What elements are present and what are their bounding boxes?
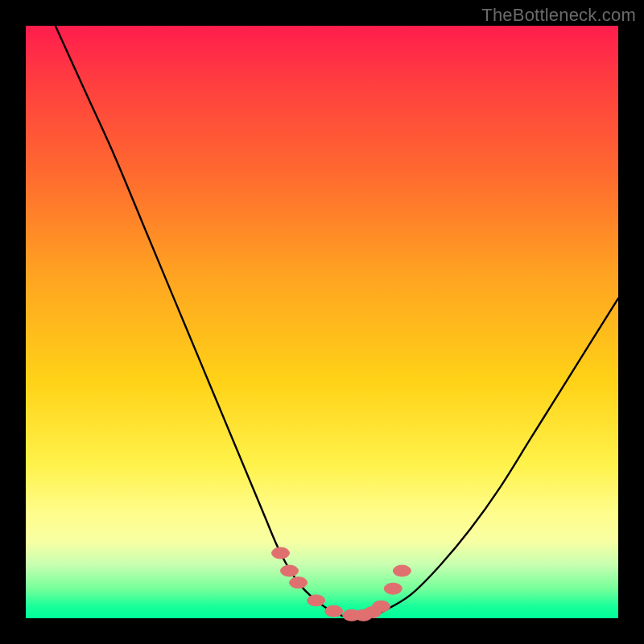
watermark-text: TheBottleneck.com	[481, 5, 636, 26]
curve-marker	[290, 577, 308, 588]
curve-marker	[308, 595, 325, 606]
curve-markers	[272, 547, 411, 621]
curve-marker	[384, 583, 402, 594]
plot-area	[26, 26, 618, 618]
curve-marker	[281, 565, 299, 576]
curve-marker	[373, 601, 390, 612]
chart-frame: TheBottleneck.com	[0, 0, 644, 644]
curve-marker	[325, 605, 343, 617]
bottleneck-curve	[56, 26, 618, 619]
curve-layer	[26, 26, 618, 618]
curve-marker	[272, 547, 290, 559]
curve-marker	[393, 565, 411, 576]
